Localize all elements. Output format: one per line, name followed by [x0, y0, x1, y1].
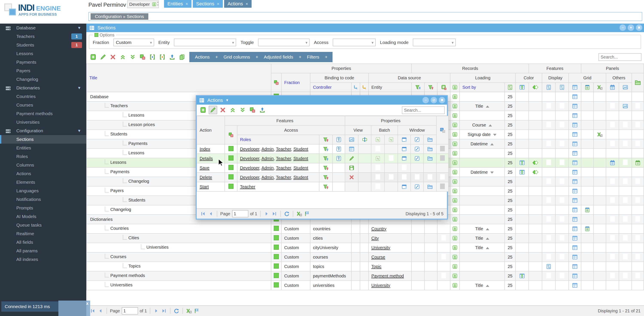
- action-link[interactable]: Index: [200, 147, 210, 152]
- column-header-color-table[interactable]: [516, 83, 529, 92]
- row-sort-cell[interactable]: Title: [460, 281, 505, 290]
- row-filter-cell[interactable]: [424, 271, 437, 281]
- row-o2-cell[interactable]: [619, 101, 632, 111]
- row-load-cell[interactable]: [450, 243, 460, 252]
- row-o1-cell[interactable]: [606, 149, 619, 158]
- roles-filter-cell[interactable]: [319, 172, 332, 182]
- modal-column-folder[interactable]: [424, 135, 436, 144]
- row-o1-cell[interactable]: [606, 101, 619, 111]
- option-select-fraction[interactable]: Custom: [113, 39, 154, 46]
- roles-filter-cell[interactable]: [319, 144, 332, 154]
- tab-close-icon[interactable]: ×: [217, 1, 220, 6]
- row-d1-cell[interactable]: [542, 281, 555, 290]
- checkbox[interactable]: [623, 216, 628, 222]
- modal-w3-cell[interactable]: [424, 163, 436, 172]
- row-d1-cell[interactable]: [542, 252, 555, 262]
- row-fol-cell[interactable]: [632, 149, 644, 158]
- row-o1-cell[interactable]: [606, 224, 619, 233]
- row-d2-cell[interactable]: [555, 215, 569, 224]
- row-d1-cell[interactable]: [542, 186, 555, 196]
- checkbox[interactable]: [546, 235, 551, 241]
- row-title-cell[interactable]: Universities: [86, 243, 271, 252]
- modal-b2-cell[interactable]: [384, 154, 398, 163]
- row-c1-cell[interactable]: [516, 167, 529, 177]
- column-header-load[interactable]: [450, 83, 460, 92]
- menu-plus-button[interactable]: +: [253, 54, 261, 60]
- modal-tr-cell[interactable]: [436, 163, 448, 172]
- modal-header[interactable]: Actions ▼ − ⊘ ✖: [197, 96, 447, 105]
- column-header-display-id[interactable]: [555, 83, 569, 92]
- row-d2-cell[interactable]: [555, 130, 569, 139]
- excel-export-icon[interactable]: [296, 211, 302, 217]
- modal-row[interactable]: StartTeacher: [197, 182, 448, 191]
- tab-close-icon[interactable]: ×: [186, 1, 188, 6]
- row-sort-cell[interactable]: [460, 158, 505, 167]
- row-title-cell[interactable]: Topics: [86, 262, 271, 271]
- edit-button[interactable]: [99, 53, 107, 61]
- row-sort-cell[interactable]: Title: [460, 233, 505, 243]
- row-c1-cell[interactable]: [516, 186, 529, 196]
- row-binding-in-cell[interactable]: [352, 262, 360, 271]
- modal-restore-button[interactable]: ⊘: [430, 97, 437, 103]
- row-c1-cell[interactable]: [516, 233, 529, 243]
- column-header-color-diamond[interactable]: [529, 83, 542, 92]
- row-c2-cell[interactable]: [529, 186, 542, 196]
- row-load-cell[interactable]: [450, 101, 460, 111]
- checkbox[interactable]: [623, 254, 628, 259]
- row-filter-cell[interactable]: [424, 243, 437, 252]
- row-c2-cell[interactable]: [529, 139, 542, 149]
- row-sort-cell[interactable]: [460, 177, 505, 186]
- modal-column-batch-2[interactable]: [384, 135, 398, 144]
- row-load-cell[interactable]: [450, 196, 460, 205]
- row-load-cell[interactable]: [450, 205, 460, 215]
- modal-b1-cell[interactable]: [371, 144, 384, 154]
- row-o2-cell[interactable]: [619, 111, 632, 120]
- row-fol-cell[interactable]: [632, 177, 644, 186]
- copy-button[interactable]: [138, 53, 147, 61]
- row-d1-cell[interactable]: [542, 262, 555, 271]
- tab-close-icon[interactable]: ×: [246, 1, 248, 6]
- sidebar-item-students[interactable]: Students1: [0, 41, 86, 49]
- modal-column-view-image[interactable]: [345, 135, 358, 144]
- modal-column-roles-filter[interactable]: [319, 135, 332, 144]
- row-load-cell[interactable]: [450, 149, 460, 158]
- row-o2-cell[interactable]: [619, 243, 632, 252]
- row-o1-cell[interactable]: [606, 167, 619, 177]
- modal-column-window[interactable]: [398, 135, 411, 144]
- search-input[interactable]: [598, 53, 642, 61]
- row-d2-cell[interactable]: [555, 101, 569, 111]
- row-g1-cell[interactable]: [569, 243, 581, 252]
- row-o2-cell[interactable]: [619, 233, 632, 243]
- entity-link[interactable]: University: [371, 283, 390, 288]
- row-sort-cell[interactable]: [460, 92, 505, 101]
- role-link[interactable]: Developer: [240, 156, 259, 161]
- modal-b2-cell[interactable]: [384, 182, 398, 191]
- row-o1-cell[interactable]: [606, 262, 619, 271]
- row-load-cell[interactable]: [450, 130, 460, 139]
- edit-button[interactable]: [209, 106, 217, 114]
- row-d1-cell[interactable]: [542, 149, 555, 158]
- excel-export-icon[interactable]: [186, 308, 192, 314]
- table-row[interactable]: CitiesCustomcitiesCityTitle25: [86, 233, 644, 243]
- row-g1-cell[interactable]: [569, 224, 581, 233]
- modal-b1-cell[interactable]: [371, 154, 384, 163]
- row-o1-cell[interactable]: [606, 252, 619, 262]
- entity-link[interactable]: City: [371, 236, 379, 241]
- row-d2-cell[interactable]: [555, 158, 569, 167]
- prev-page-icon[interactable]: [208, 211, 214, 217]
- row-filter-cell[interactable]: [437, 252, 450, 262]
- row-o1-cell[interactable]: [606, 281, 619, 290]
- row-o2-cell[interactable]: [619, 139, 632, 149]
- row-load-cell[interactable]: [450, 186, 460, 196]
- row-fol-cell[interactable]: [632, 130, 644, 139]
- refresh-icon[interactable]: [284, 211, 290, 217]
- column-header-filter-key[interactable]: [424, 83, 437, 92]
- sidebar-item-prompts[interactable]: Prompts: [0, 204, 86, 212]
- role-link[interactable]: Teacher: [276, 165, 291, 171]
- row-load-cell[interactable]: [450, 92, 460, 101]
- roles-filter-cell[interactable]: [319, 182, 332, 191]
- row-fol-cell[interactable]: [632, 281, 644, 290]
- checkbox[interactable]: [441, 273, 446, 278]
- row-fol-cell[interactable]: [632, 111, 644, 120]
- modal-b2-cell[interactable]: [384, 163, 398, 172]
